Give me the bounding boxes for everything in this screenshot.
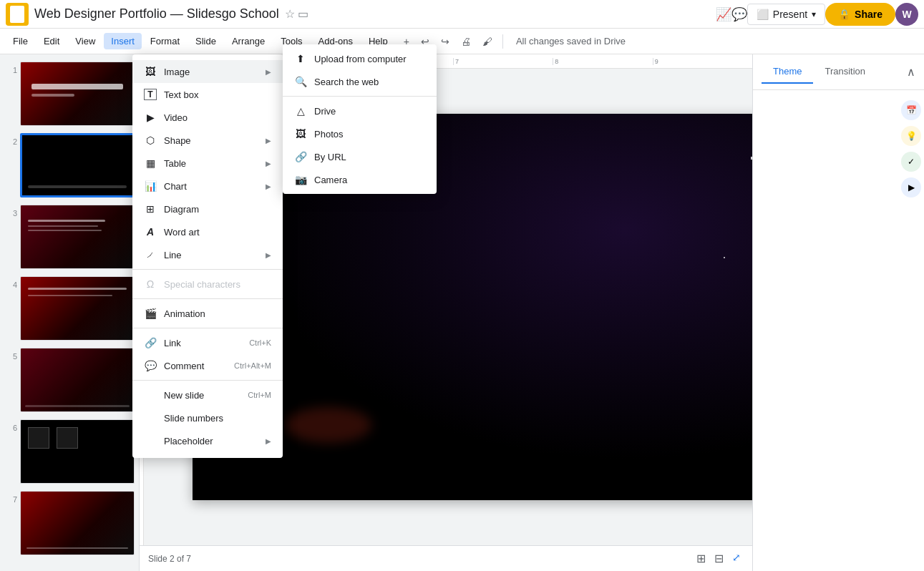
insert-new-slide-item[interactable]: New slide Ctrl+M <box>132 384 283 406</box>
insert-diagram-label: Diagram <box>164 204 271 215</box>
insert-link-item[interactable]: 🔗 Link Ctrl+K <box>132 331 283 354</box>
menu-edit[interactable]: Edit <box>37 33 67 49</box>
monitor-icon: ⬜ <box>757 9 769 20</box>
insert-image-item[interactable]: 🖼 Image ▶ <box>132 60 283 83</box>
search-web-icon: 🔍 <box>294 76 307 87</box>
slide-img-6 <box>20 419 135 484</box>
insert-diagram-item[interactable]: ⊞ Diagram <box>132 197 283 220</box>
insert-placeholder-item[interactable]: Placeholder ▶ <box>132 429 283 452</box>
insert-animation-item[interactable]: 🎬 Animation <box>132 302 283 325</box>
comment-shortcut: Ctrl+Alt+M <box>234 361 271 370</box>
slide-panel[interactable]: 1 2 3 4 <box>0 54 140 571</box>
slide-thumb-5[interactable]: 5 <box>3 346 136 414</box>
title-bar: Web Designer Portfolio — Slidesgo School… <box>0 0 924 29</box>
insert-wordart-item[interactable]: A Word art <box>132 220 283 243</box>
slide-num-6: 6 <box>4 419 17 432</box>
star-icon[interactable]: ☆ <box>285 7 295 21</box>
menu-bar: File Edit View Insert Format Slide Arran… <box>0 29 924 54</box>
folder-icon[interactable]: ▭ <box>298 7 308 21</box>
menu-file[interactable]: File <box>6 33 35 49</box>
insert-line-item[interactable]: ⟋ Line ▶ <box>132 243 283 266</box>
print-icon[interactable]: 🖨 <box>457 33 475 50</box>
tab-transition[interactable]: Transition <box>813 60 877 84</box>
image-drive-item[interactable]: △ Drive <box>283 99 437 122</box>
chart-arrow-icon: ▶ <box>266 182 271 190</box>
image-photos-label: Photos <box>314 129 425 140</box>
image-url-item[interactable]: 🔗 By URL <box>283 145 437 168</box>
lightbulb-icon[interactable]: 💡 <box>901 126 921 146</box>
menu-slide[interactable]: Slide <box>188 33 223 49</box>
slide-info: Slide 2 of 7 <box>148 554 191 564</box>
slide-thumb-1[interactable]: 1 <box>3 60 136 127</box>
slide-num-3: 3 <box>4 205 17 218</box>
avatar[interactable]: W <box>895 3 918 26</box>
wordart-icon: A <box>144 226 157 238</box>
video-icon: ▶ <box>144 112 157 123</box>
view-buttons: ⊞ ⊟ ⤢ <box>694 549 744 568</box>
redo-icon[interactable]: ↪ <box>437 33 454 50</box>
insert-textbox-item[interactable]: T Text box <box>132 83 283 106</box>
menu-format[interactable]: Format <box>143 33 187 49</box>
menu-view[interactable]: View <box>68 33 102 49</box>
chart-icon: 📊 <box>144 180 157 192</box>
image-submenu-divider <box>283 96 437 97</box>
image-search-web-item[interactable]: 🔍 Search the web <box>283 70 437 93</box>
insert-chart-item[interactable]: 📊 Chart ▶ <box>132 175 283 197</box>
grid-view-button[interactable]: ⊞ <box>694 549 709 568</box>
image-url-label: By URL <box>314 152 425 162</box>
image-photos-item[interactable]: 🖼 Photos <box>283 122 437 145</box>
expand-side-icon[interactable]: ▶ <box>901 177 921 197</box>
menu-insert[interactable]: Insert <box>104 33 142 49</box>
image-upload-item[interactable]: ⬆ Upload from computer <box>283 47 437 70</box>
slide-thumb-7[interactable]: 7 <box>3 489 136 557</box>
slide-thumb-4[interactable]: 4 <box>3 275 136 342</box>
insert-slide-numbers-item[interactable]: Slide numbers <box>132 406 283 429</box>
shape-arrow-icon: ▶ <box>266 137 271 145</box>
tab-theme[interactable]: Theme <box>762 60 813 84</box>
calendar-icon[interactable]: 📅 <box>901 100 921 120</box>
insert-table-item[interactable]: ▦ Table ▶ <box>132 152 283 175</box>
share-button[interactable]: 🔒 Share <box>825 3 895 26</box>
menu-arrange[interactable]: Arrange <box>225 33 272 49</box>
comment-icon[interactable]: 💬 <box>731 6 747 22</box>
comment-menu-icon: 💬 <box>144 360 157 371</box>
present-button[interactable]: ⬜ Present ▾ <box>747 4 825 25</box>
slide-num-4: 4 <box>4 276 17 289</box>
image-icon: 🖼 <box>144 66 157 77</box>
bottom-bar: Slide 2 of 7 ⊞ ⊟ ⤢ <box>140 545 752 571</box>
slide-img-5 <box>20 348 135 412</box>
collapse-panel-button[interactable]: ∧ <box>907 65 915 79</box>
slide-thumb-6[interactable]: 6 <box>3 418 136 485</box>
slide-img-7 <box>20 491 135 555</box>
slide-controls: Slide 2 of 7 <box>148 554 191 564</box>
doc-title: Web Designer Portfolio — Slidesgo School <box>34 6 279 21</box>
insert-special-chars-item: Ω Special characters <box>132 273 283 296</box>
slide-num-7: 7 <box>4 491 17 504</box>
insert-shape-item[interactable]: ⬡ Shape ▶ <box>132 129 283 152</box>
insert-menu: 🖼 Image ▶ T Text box ▶ Video ⬡ Shape ▶ ▦… <box>132 54 283 458</box>
insert-slide-numbers-label: Slide numbers <box>164 413 271 424</box>
slide-thumb-2[interactable]: 2 <box>3 132 136 199</box>
paint-format-icon[interactable]: 🖌 <box>478 33 497 50</box>
image-camera-item[interactable]: 📷 Camera <box>283 168 437 191</box>
list-view-button[interactable]: ⊟ <box>711 549 726 568</box>
special-chars-icon: Ω <box>144 278 157 290</box>
insert-table-label: Table <box>164 158 258 169</box>
insert-comment-item[interactable]: 💬 Comment Ctrl+Alt+M <box>132 354 283 377</box>
right-panel: Theme Transition ∧ <box>752 54 924 571</box>
insert-wordart-label: Word art <box>164 227 271 238</box>
textbox-icon: T <box>144 89 157 100</box>
camera-icon: 📷 <box>294 174 307 185</box>
new-slide-shortcut: Ctrl+M <box>248 391 271 399</box>
trend-icon[interactable]: 📈 <box>716 6 731 22</box>
image-camera-label: Camera <box>314 175 425 185</box>
check-circle-icon[interactable]: ✓ <box>901 152 921 172</box>
diagram-icon: ⊞ <box>144 203 157 215</box>
app-icon <box>6 3 29 26</box>
ruler-mark-9: 9 <box>653 58 752 65</box>
slide-thumb-3[interactable]: 3 <box>3 203 136 270</box>
expand-button[interactable]: ⤢ <box>729 549 744 568</box>
insert-menu-section-1: 🖼 Image ▶ T Text box ▶ Video ⬡ Shape ▶ ▦… <box>132 57 283 270</box>
present-dropdown-arrow[interactable]: ▾ <box>812 9 816 19</box>
insert-video-item[interactable]: ▶ Video <box>132 106 283 129</box>
